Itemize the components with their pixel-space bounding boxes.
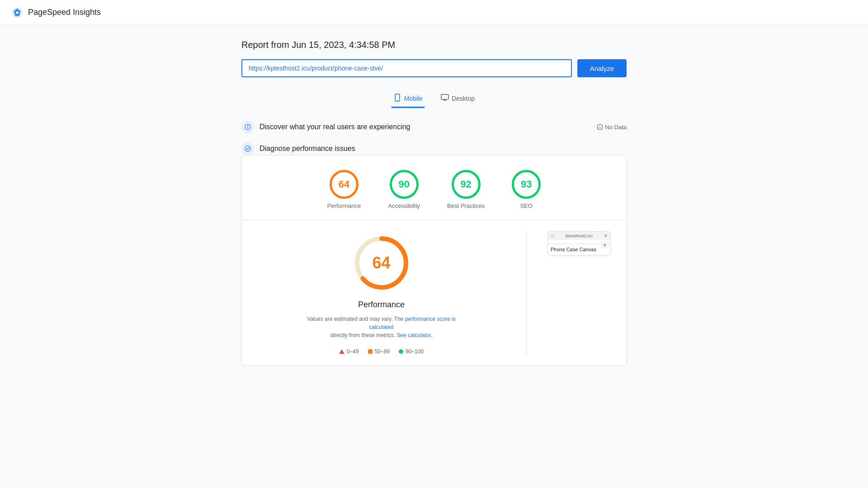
score-item-accessibility[interactable]: 90 Accessibility — [388, 170, 420, 209]
app-title: PageSpeed Insights — [28, 8, 101, 17]
close-btn-placeholder: ✕ — [604, 234, 608, 238]
description-mid: directly from these metrics. — [330, 332, 395, 338]
screenshot-card: kptesthost2.icu ✕ ⊕ Phone Case Canvas — [547, 231, 611, 255]
legend-fail: 0–49 — [339, 348, 359, 355]
performance-score-circle: 64 — [330, 170, 359, 199]
performance-detail-title: Performance — [358, 300, 405, 310]
performance-left-panel: 64 Performance Values are estimated and … — [253, 231, 510, 355]
svg-rect-4 — [441, 94, 448, 99]
pagespeed-logo-icon — [11, 6, 24, 19]
diagnose-icon — [241, 142, 254, 155]
performance-score-value: 64 — [339, 178, 349, 190]
seo-score-circle: 93 — [512, 170, 541, 199]
no-data-badge: No Data — [597, 124, 627, 131]
diagnose-title: Diagnose performance issues — [259, 145, 355, 153]
info-icon — [597, 124, 603, 130]
browser-dot — [551, 234, 554, 238]
average-range: 50–89 — [375, 348, 390, 355]
report-date: Report from Jun 15, 2023, 4:34:58 PM — [241, 40, 627, 50]
screenshot-browser-bar: kptesthost2.icu ✕ — [548, 232, 610, 240]
desktop-icon — [441, 94, 449, 103]
tabs-bar: Mobile Desktop — [241, 90, 627, 108]
calculator-link[interactable]: See calculator — [396, 332, 430, 338]
score-item-performance[interactable]: 64 Performance — [327, 170, 361, 209]
tab-desktop[interactable]: Desktop — [439, 90, 476, 108]
description-prefix: Values are estimated and may vary. The — [307, 316, 403, 322]
svg-point-8 — [247, 126, 248, 127]
discover-icon — [241, 121, 254, 133]
score-item-seo[interactable]: 93 SEO — [512, 170, 541, 209]
app-header: PageSpeed Insights — [0, 0, 868, 25]
svg-point-11 — [600, 126, 600, 126]
fail-range: 0–49 — [347, 348, 359, 355]
performance-description: Values are estimated and may vary. The p… — [296, 315, 467, 339]
score-legend: 0–49 50–89 90–100 — [339, 348, 424, 355]
tab-desktop-label: Desktop — [452, 95, 475, 102]
zoom-indicator: ⊕ — [601, 242, 609, 248]
score-item-best-practices[interactable]: 92 Best Practices — [447, 170, 485, 209]
discover-title: Discover what your real users are experi… — [259, 123, 410, 131]
accessibility-score-circle: 90 — [390, 170, 419, 199]
big-score-container: 64 — [350, 231, 413, 295]
fail-icon — [339, 349, 344, 354]
discover-section: Discover what your real users are experi… — [241, 121, 627, 133]
accessibility-score-label: Accessibility — [388, 202, 420, 209]
screenshot-url: kptesthost2.icu — [566, 234, 593, 238]
tab-mobile-label: Mobile — [404, 95, 423, 102]
performance-score-label: Performance — [327, 202, 361, 209]
big-performance-score: 64 — [372, 253, 390, 272]
accessibility-score-value: 90 — [398, 178, 409, 190]
url-input[interactable] — [241, 59, 572, 77]
average-icon — [368, 349, 373, 354]
best-practices-score-label: Best Practices — [447, 202, 485, 209]
vertical-divider — [526, 231, 527, 355]
mobile-icon — [393, 94, 401, 103]
pass-range: 90–100 — [406, 348, 424, 355]
tab-mobile[interactable]: Mobile — [392, 90, 425, 108]
svg-point-3 — [397, 100, 397, 100]
diagnose-section-header: Diagnose performance issues — [241, 142, 627, 155]
no-data-label: No Data — [605, 124, 627, 131]
seo-score-label: SEO — [520, 202, 532, 209]
legend-pass: 90–100 — [399, 348, 424, 355]
logo-area: PageSpeed Insights — [11, 6, 101, 19]
performance-right-panel: kptesthost2.icu ✕ ⊕ Phone Case Canvas — [543, 231, 615, 355]
best-practices-score-value: 92 — [460, 178, 471, 190]
performance-detail: 64 Performance Values are estimated and … — [242, 221, 626, 366]
analyze-button[interactable]: Analyze — [577, 59, 627, 77]
pass-icon — [399, 349, 403, 354]
product-title: Phone Case Canvas — [551, 246, 608, 253]
best-practices-score-circle: 92 — [452, 170, 481, 199]
svg-point-1 — [16, 11, 19, 14]
url-bar: Analyze — [241, 59, 627, 77]
legend-average: 50–89 — [368, 348, 390, 355]
main-content: Report from Jun 15, 2023, 4:34:58 PM Ana… — [231, 25, 637, 380]
scores-row: 64 Performance 90 Accessibility 92 Best … — [242, 155, 626, 221]
results-card: 64 Performance 90 Accessibility 92 Best … — [241, 155, 627, 366]
seo-score-value: 93 — [521, 178, 532, 190]
